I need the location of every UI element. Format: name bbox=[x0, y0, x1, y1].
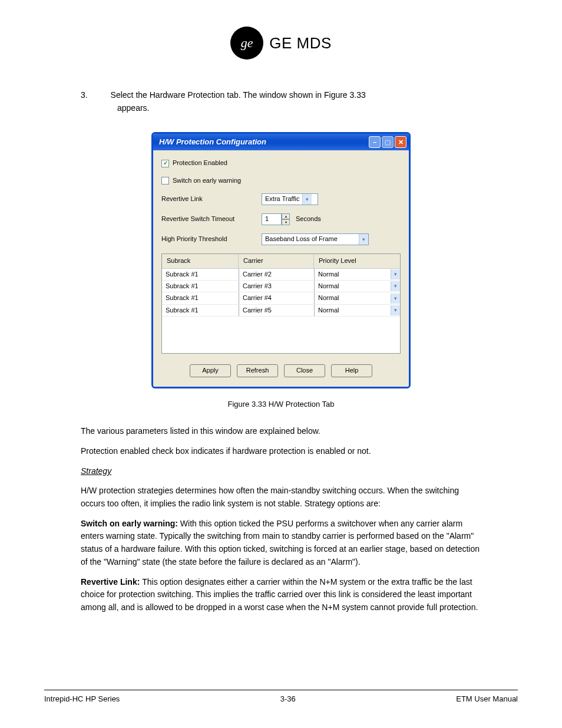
table-row: Subrack #1Carrier #4Normal▾ bbox=[162, 292, 400, 304]
list-number: 3. bbox=[81, 90, 88, 100]
dialog-title: H/W Protection Configuration bbox=[159, 137, 369, 147]
p4: Switch on early warning: With this optio… bbox=[81, 518, 481, 569]
th-subrack[interactable]: Subrack bbox=[162, 254, 239, 268]
intro-line2: appears. bbox=[117, 103, 149, 113]
close-button[interactable]: Close bbox=[284, 364, 325, 377]
td-subrack: Subrack #1 bbox=[162, 292, 239, 304]
logo-text: GE MDS bbox=[269, 32, 332, 54]
page-header: ge GE MDS bbox=[44, 27, 518, 60]
th-priority[interactable]: Priority Level bbox=[314, 254, 400, 268]
table-row: Subrack #1Carrier #3Normal▾ bbox=[162, 281, 400, 292]
body-text: The various parameters listed in this wi… bbox=[81, 425, 481, 614]
chevron-down-icon: ▾ bbox=[302, 194, 312, 205]
minimize-icon[interactable]: – bbox=[369, 136, 381, 148]
p2: Protection enabled check box indicates i… bbox=[81, 445, 481, 458]
chevron-down-icon: ▾ bbox=[359, 234, 368, 245]
high-priority-label: High Priority Threshold bbox=[161, 235, 262, 243]
priority-select[interactable]: Normal▾ bbox=[314, 292, 400, 304]
figure-caption: Figure 3.33 H/W Protection Tab bbox=[44, 399, 518, 410]
td-carrier: Carrier #4 bbox=[239, 292, 314, 304]
td-subrack: Subrack #1 bbox=[162, 305, 239, 316]
spinner-up-icon[interactable]: ▴ bbox=[282, 213, 290, 219]
ge-logo-icon: ge bbox=[230, 27, 263, 60]
td-carrier: Carrier #5 bbox=[239, 305, 314, 316]
strategy-heading: Strategy bbox=[81, 465, 481, 478]
high-priority-select[interactable]: Baseband Loss of Frame ▾ bbox=[262, 233, 369, 245]
revertive-link-select[interactable]: Extra Traffic ▾ bbox=[262, 193, 318, 205]
priority-select[interactable]: Normal▾ bbox=[314, 269, 400, 280]
footer-center: 3-36 bbox=[280, 694, 296, 704]
page-footer: Intrepid-HC HP Series 3-36 ETM User Manu… bbox=[44, 690, 518, 704]
priority-value: Normal bbox=[315, 292, 391, 304]
footer-right: ETM User Manual bbox=[456, 694, 518, 704]
p1: The various parameters listed in this wi… bbox=[81, 425, 481, 438]
seconds-label: Seconds bbox=[296, 215, 321, 223]
switch-early-label: Switch on early warning bbox=[173, 176, 241, 185]
td-carrier: Carrier #3 bbox=[239, 281, 314, 292]
priority-value: Normal bbox=[315, 305, 391, 316]
revertive-link-label: Revertive Link bbox=[161, 195, 262, 203]
help-button[interactable]: Help bbox=[331, 364, 372, 377]
td-carrier: Carrier #2 bbox=[239, 269, 314, 280]
protection-enabled-label: Protection Enabled bbox=[173, 159, 227, 167]
p5: Revertive Link: This option designates e… bbox=[81, 576, 481, 614]
footer-left: Intrepid-HC HP Series bbox=[44, 694, 120, 704]
priority-select[interactable]: Normal▾ bbox=[314, 305, 400, 316]
high-priority-value: Baseband Loss of Frame bbox=[265, 235, 356, 243]
priority-table: Subrack Carrier Priority Level Subrack #… bbox=[161, 253, 401, 354]
chevron-down-icon: ▾ bbox=[391, 269, 400, 279]
table-row: Subrack #1Carrier #5Normal▾ bbox=[162, 305, 400, 317]
close-icon[interactable]: ✕ bbox=[395, 136, 406, 148]
chevron-down-icon: ▾ bbox=[391, 305, 400, 315]
priority-value: Normal bbox=[315, 281, 391, 292]
revertive-link-value: Extra Traffic bbox=[265, 195, 299, 203]
td-subrack: Subrack #1 bbox=[162, 269, 239, 280]
revertive-timeout-label: Revertive Switch Timeout bbox=[161, 215, 262, 223]
protection-enabled-checkbox[interactable]: ✔ bbox=[161, 160, 169, 167]
maximize-icon[interactable]: ▢ bbox=[382, 136, 394, 148]
td-subrack: Subrack #1 bbox=[162, 281, 239, 292]
chevron-down-icon: ▾ bbox=[391, 294, 400, 304]
th-carrier[interactable]: Carrier bbox=[239, 254, 314, 268]
spinner-down-icon[interactable]: ▾ bbox=[282, 219, 290, 225]
revertive-timeout-value[interactable]: 1 bbox=[262, 213, 282, 225]
switch-early-checkbox[interactable] bbox=[161, 177, 169, 185]
chevron-down-icon: ▾ bbox=[391, 281, 400, 291]
apply-button[interactable]: Apply bbox=[190, 364, 231, 377]
refresh-button[interactable]: Refresh bbox=[237, 364, 278, 377]
p3: H/W protection strategies determines how… bbox=[81, 485, 481, 510]
intro-text: 3. Select the Hardware Protection tab. T… bbox=[81, 89, 481, 114]
table-row: Subrack #1Carrier #2Normal▾ bbox=[162, 269, 400, 281]
intro-line1: Select the Hardware Protection tab. The … bbox=[111, 90, 366, 100]
priority-value: Normal bbox=[315, 269, 391, 280]
hw-protection-dialog: H/W Protection Configuration – ▢ ✕ ✔ Pro… bbox=[151, 132, 411, 388]
titlebar: H/W Protection Configuration – ▢ ✕ bbox=[153, 134, 409, 150]
priority-select[interactable]: Normal▾ bbox=[314, 281, 400, 292]
revertive-timeout-stepper[interactable]: 1 ▴ ▾ bbox=[262, 213, 290, 225]
